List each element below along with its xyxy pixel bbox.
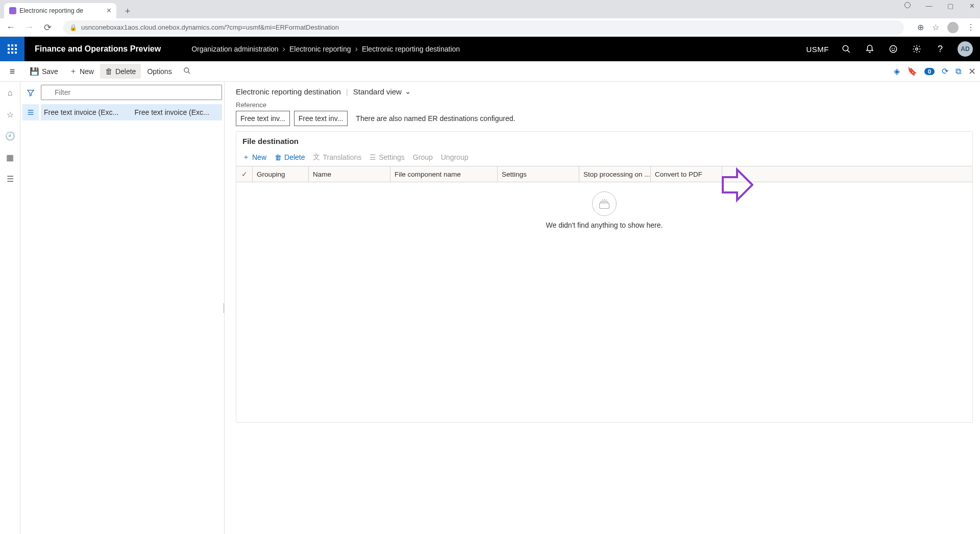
- fd-delete-button[interactable]: 🗑Delete: [275, 153, 305, 161]
- col-grouping[interactable]: Grouping: [253, 166, 309, 182]
- nav-hamburger-button[interactable]: ≡: [4, 61, 20, 82]
- reference-field-2[interactable]: Free text inv...: [294, 111, 348, 126]
- ref1-text: Free text inv...: [240, 114, 285, 123]
- search-icon[interactable]: [840, 43, 852, 55]
- trash-icon: 🗑: [275, 153, 282, 161]
- action-search-button[interactable]: [178, 64, 196, 79]
- new-button[interactable]: ＋ New: [64, 63, 99, 79]
- list-body: Free text invoice (Exc... Free text invo…: [41, 85, 222, 534]
- reference-note: There are also named ER destinations con…: [356, 114, 515, 123]
- fd-settings-label: Settings: [379, 153, 405, 161]
- tab-title: Electronic reporting de: [19, 7, 83, 14]
- funnel-icon[interactable]: [22, 85, 39, 101]
- trash-icon: 🗑: [105, 67, 113, 76]
- browser-address-bar: ← → ⟳ 🔒 usnconeboxax1aos.cloud.onebox.dy…: [0, 18, 980, 37]
- popout-icon[interactable]: ⧉: [955, 67, 961, 76]
- bookmark-icon[interactable]: ☆: [932, 22, 939, 32]
- bell-icon[interactable]: [864, 43, 876, 55]
- workspaces-icon[interactable]: ▦: [2, 149, 18, 165]
- close-icon[interactable]: ✕: [968, 66, 976, 77]
- crumb-org-admin[interactable]: Organization administration: [191, 45, 278, 53]
- forward-icon[interactable]: →: [23, 22, 35, 33]
- browser-tab[interactable]: Electronic reporting de ×: [4, 3, 116, 18]
- grid-empty-state: We didn't find anything to show here.: [236, 182, 972, 422]
- options-button[interactable]: Options: [142, 64, 177, 79]
- app-launcher-button[interactable]: [0, 37, 24, 61]
- lock-icon: 🔒: [69, 24, 77, 31]
- window-maximize-icon[interactable]: ▢: [945, 2, 955, 10]
- main-area: ⌂ ☆ 🕘 ▦ ☰ Free text invoice (Exc... F: [0, 82, 980, 534]
- fd-new-button[interactable]: ＋New: [242, 153, 266, 162]
- svg-point-2: [890, 45, 897, 53]
- fd-trans-label: Translations: [323, 153, 361, 161]
- modules-icon[interactable]: ☰: [2, 171, 18, 187]
- list-view-icon[interactable]: [22, 104, 39, 120]
- chevron-down-icon: ⌄: [405, 87, 411, 96]
- help-icon[interactable]: ?: [934, 43, 946, 55]
- filter-input[interactable]: [41, 85, 222, 100]
- waffle-icon: [8, 44, 17, 54]
- window-controls: — ▢ ✕: [902, 2, 977, 10]
- browser-tab-strip: Electronic reporting de × + — ▢ ✕: [0, 0, 980, 18]
- fd-group-label: Group: [413, 153, 433, 161]
- empty-icon: [592, 191, 617, 216]
- attachments-icon[interactable]: 🔖: [907, 66, 917, 76]
- browser-menu-icon[interactable]: ⋮: [967, 22, 975, 32]
- view-selector[interactable]: Standard view ⌄: [353, 87, 411, 96]
- sliders-icon: ☰: [370, 153, 376, 161]
- url-field[interactable]: 🔒 usnconeboxax1aos.cloud.onebox.dynamics…: [63, 20, 904, 35]
- favorites-icon[interactable]: ☆: [2, 106, 18, 123]
- back-icon[interactable]: ←: [5, 22, 16, 33]
- fd-translations-button: 文Translations: [313, 153, 361, 162]
- col-stop-processing[interactable]: Stop processing on ...: [579, 166, 651, 182]
- svg-point-4: [894, 48, 895, 48]
- fd-settings-button: ☰Settings: [370, 153, 405, 161]
- tab-close-icon[interactable]: ×: [107, 7, 111, 15]
- options-label: Options: [147, 67, 172, 76]
- col-convert-pdf[interactable]: Convert to PDF: [651, 166, 722, 182]
- list-row-selected[interactable]: Free text invoice (Exc... Free text invo…: [41, 104, 222, 120]
- breadcrumb: Organization administration › Electronic…: [191, 44, 460, 54]
- delete-label: Delete: [115, 67, 136, 76]
- profile-avatar-icon[interactable]: [947, 22, 959, 33]
- splitter-handle[interactable]: ▏: [225, 82, 229, 534]
- chevron-right-icon: ›: [355, 44, 358, 54]
- related-info-icon[interactable]: ◈: [894, 66, 900, 76]
- new-tab-button[interactable]: +: [120, 4, 135, 18]
- gear-icon[interactable]: [911, 43, 923, 55]
- empty-text: We didn't find anything to show here.: [546, 221, 663, 229]
- crumb-er-dest[interactable]: Electronic reporting destination: [362, 45, 460, 53]
- smile-icon[interactable]: [887, 43, 899, 55]
- notifications-badge[interactable]: 0: [924, 68, 935, 75]
- window-close-icon[interactable]: ✕: [967, 2, 977, 10]
- delete-button[interactable]: 🗑 Delete: [100, 64, 141, 79]
- list-cell-name: Free text invoice (Exc...: [132, 108, 223, 116]
- action-bar: ≡ 💾 Save ＋ New 🗑 Delete Options ◈ 🔖 0 ⟳ …: [0, 61, 980, 82]
- col-select-all[interactable]: ✓: [236, 166, 253, 182]
- reference-field-1[interactable]: Free text inv...: [236, 111, 290, 126]
- svg-rect-13: [600, 203, 609, 209]
- home-icon[interactable]: ⌂: [2, 85, 18, 101]
- view-label: Standard view: [353, 87, 402, 96]
- col-file-component[interactable]: File component name: [390, 166, 498, 182]
- globe-icon: 文: [313, 153, 320, 162]
- record-list-panel: Free text invoice (Exc... Free text invo…: [20, 82, 225, 534]
- save-button[interactable]: 💾 Save: [24, 64, 63, 79]
- svg-point-6: [184, 67, 189, 72]
- left-rail: ⌂ ☆ 🕘 ▦ ☰: [0, 82, 20, 534]
- fd-ungroup-button: Ungroup: [441, 153, 469, 161]
- zoom-icon[interactable]: ⊕: [917, 22, 924, 32]
- recent-icon[interactable]: 🕘: [2, 128, 18, 144]
- crumb-er[interactable]: Electronic reporting: [289, 45, 351, 53]
- new-label: New: [80, 67, 94, 76]
- window-minimize-icon[interactable]: —: [924, 2, 934, 10]
- window-info-icon[interactable]: [902, 2, 913, 10]
- file-destination-section: File destination ＋New 🗑Delete 文Translati…: [236, 131, 973, 423]
- refresh-icon[interactable]: ⟳: [942, 66, 948, 76]
- user-avatar[interactable]: AD: [958, 41, 973, 57]
- reload-icon[interactable]: ⟳: [42, 22, 53, 33]
- col-settings[interactable]: Settings: [498, 166, 579, 182]
- col-name[interactable]: Name: [309, 166, 390, 182]
- svg-line-1: [847, 50, 850, 53]
- company-picker[interactable]: USMF: [806, 45, 829, 54]
